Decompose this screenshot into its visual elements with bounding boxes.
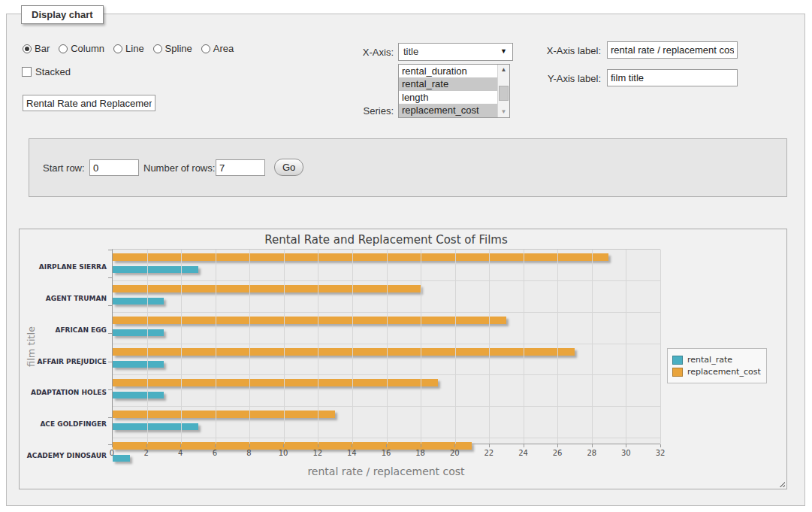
chart-title-input[interactable] <box>23 95 155 111</box>
y-axis-tick <box>108 417 112 418</box>
radio-icon[interactable] <box>153 44 162 53</box>
y-axis-caption-input[interactable] <box>607 69 738 86</box>
rows-panel: Start row: Number of rows: Go <box>29 138 787 197</box>
gridline <box>352 250 353 444</box>
y-axis-tick <box>108 362 112 362</box>
x-axis-label: X-Axis: <box>296 47 394 58</box>
legend-item-replacement_cost[interactable]: replacement_cost <box>672 367 761 377</box>
x-axis-tick <box>146 444 147 447</box>
category-label: AFFAIR PREJUDICE <box>37 358 107 365</box>
chart-type-option-line[interactable]: Line <box>113 43 144 54</box>
stacked-label: Stacked <box>35 66 71 77</box>
series-option-replacement_cost[interactable]: replacement_cost <box>399 104 497 117</box>
x-tick-label: 26 <box>553 449 563 457</box>
x-tick-label: 16 <box>382 449 391 457</box>
series-listbox[interactable]: rental_durationrental_ratelengthreplacem… <box>398 64 510 118</box>
legend-label: replacement_cost <box>687 367 761 377</box>
x-tick-label: 22 <box>484 449 494 457</box>
y-axis-tick <box>108 277 112 278</box>
gridline <box>524 250 524 444</box>
x-axis-caption-input[interactable] <box>607 41 738 59</box>
category-label: ACADEMY DINOSAUR <box>27 452 107 459</box>
start-row-input[interactable] <box>89 159 139 176</box>
x-axis-tick <box>112 444 113 447</box>
x-tick-label: 20 <box>450 449 460 457</box>
legend-swatch-icon <box>672 368 683 377</box>
chart-type-label: Spline <box>165 43 192 54</box>
x-axis-tick <box>524 444 524 447</box>
gridline <box>181 250 182 444</box>
gridline <box>557 250 558 444</box>
start-row-label: Start row: <box>43 162 95 174</box>
chart-x-axis-title: rental rate / replacement cost <box>112 465 660 477</box>
bar-replacement-cost <box>113 285 421 292</box>
radio-icon[interactable] <box>59 44 68 53</box>
x-tick-label: 8 <box>246 449 251 457</box>
radio-icon[interactable] <box>113 44 122 53</box>
series-option-length[interactable]: length <box>399 91 497 104</box>
category-label: ADAPTATION HOLES <box>31 389 107 396</box>
series-options: rental_durationrental_ratelengthreplacem… <box>399 65 497 117</box>
x-axis-ticks: 02468101214161820222426283032 <box>112 449 660 459</box>
chart-y-axis-title: film title <box>26 326 37 367</box>
y-axis-tick <box>108 305 112 306</box>
bar-rental-rate <box>113 361 164 368</box>
category-label: ACE GOLDFINGER <box>40 420 107 428</box>
scrollbar-thumb[interactable] <box>499 86 509 101</box>
x-axis-tick <box>454 444 455 447</box>
panel-legend: Display chart <box>21 5 104 24</box>
radio-icon[interactable] <box>201 44 210 53</box>
x-axis-tick <box>421 444 421 447</box>
gridline <box>216 250 216 444</box>
y-axis-tick <box>108 250 112 250</box>
x-axis-tick <box>557 444 558 447</box>
y-axis-tick <box>108 389 112 390</box>
number-of-rows-input[interactable] <box>216 159 265 176</box>
chart-type-label: Line <box>125 43 144 54</box>
chart-container: Rental Rate and Replacement Cost of Film… <box>19 229 787 489</box>
gridline <box>455 250 456 444</box>
x-axis-select[interactable]: title ▼ <box>398 43 513 61</box>
gridline <box>421 250 421 444</box>
x-axis-tick <box>180 444 181 447</box>
legend-swatch-icon <box>672 356 683 365</box>
stacked-checkbox[interactable] <box>22 67 32 77</box>
x-tick-label: 24 <box>518 449 528 457</box>
x-tick-label: 6 <box>213 449 217 457</box>
go-button[interactable]: Go <box>274 159 303 176</box>
y-axis-tick <box>108 333 112 334</box>
x-axis-tick <box>626 444 626 447</box>
x-tick-label: 28 <box>587 449 596 457</box>
scroll-down-icon[interactable]: ▼ <box>498 107 509 117</box>
stacked-option[interactable]: Stacked <box>22 66 71 77</box>
radio-icon[interactable] <box>23 44 32 53</box>
chart-type-option-bar[interactable]: Bar <box>23 43 50 54</box>
number-of-rows-label: Number of rows: <box>143 162 219 174</box>
x-axis-tick <box>386 444 387 447</box>
gridline <box>249 250 250 444</box>
bar-rental-rate <box>113 298 164 304</box>
legend-item-rental_rate[interactable]: rental_rate <box>672 355 761 365</box>
x-axis-tick <box>283 444 284 447</box>
chart-type-option-area[interactable]: Area <box>201 43 234 54</box>
y-axis-caption-label: Y-Axis label: <box>500 73 601 84</box>
chart-type-option-column[interactable]: Column <box>59 43 104 54</box>
series-option-rental_duration[interactable]: rental_duration <box>399 65 497 77</box>
chart-type-label: Column <box>71 43 104 54</box>
category-label: AIRPLANE SIERRA <box>39 263 107 271</box>
gridline <box>387 250 388 444</box>
x-tick-label: 32 <box>656 449 666 457</box>
legend-label: rental_rate <box>687 355 732 365</box>
x-axis-tick <box>660 444 661 447</box>
chart-type-option-spline[interactable]: Spline <box>153 43 192 54</box>
bar-replacement-cost <box>113 379 438 386</box>
x-tick-label: 2 <box>143 449 148 457</box>
series-option-rental_rate[interactable]: rental_rate <box>399 77 497 90</box>
resize-handle-icon[interactable] <box>777 480 785 487</box>
x-tick-label: 4 <box>178 449 183 457</box>
x-axis-caption-label: X-Axis label: <box>500 45 601 56</box>
category-label: AFRICAN EGG <box>55 326 107 334</box>
x-tick-label: 10 <box>279 449 288 457</box>
display-chart-panel: Display chart BarColumnLineSplineArea St… <box>6 14 805 506</box>
gridline <box>284 250 285 444</box>
